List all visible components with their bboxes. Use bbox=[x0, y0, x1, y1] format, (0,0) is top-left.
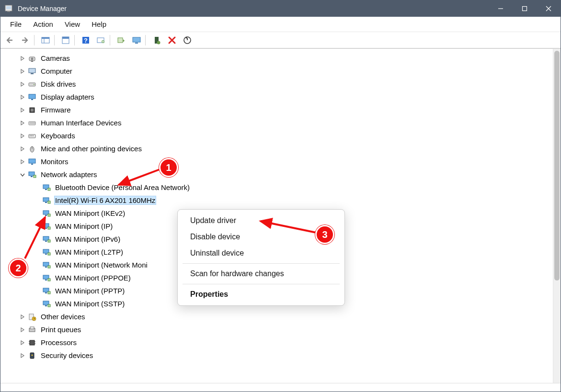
net-icon bbox=[42, 273, 51, 283]
chevron-right-icon[interactable] bbox=[19, 145, 26, 153]
annotation-arrow-1 bbox=[114, 168, 162, 189]
tree-node[interactable]: Disk drives bbox=[5, 78, 553, 90]
tree-node[interactable]: Processors bbox=[5, 336, 553, 349]
svg-rect-68 bbox=[45, 280, 47, 280]
tree-node-label: WAN Miniport (IP) bbox=[54, 222, 114, 231]
window-title: Device Manager bbox=[18, 5, 489, 12]
tree-node-label: WAN Miniport (PPTP) bbox=[54, 286, 126, 295]
computer-icon bbox=[27, 67, 37, 76]
tree-node-label: WAN Miniport (L2TP) bbox=[54, 247, 124, 257]
svg-line-88 bbox=[119, 169, 160, 185]
chip-icon bbox=[27, 105, 37, 115]
svg-rect-18 bbox=[135, 43, 138, 44]
help-button[interactable]: ? bbox=[79, 34, 93, 47]
chevron-right-icon[interactable] bbox=[19, 326, 26, 334]
svg-rect-25 bbox=[29, 68, 35, 73]
scrollbar-thumb[interactable] bbox=[554, 51, 560, 280]
chevron-right-icon[interactable] bbox=[19, 132, 26, 140]
back-button[interactable] bbox=[3, 34, 17, 47]
properties-button[interactable] bbox=[58, 34, 73, 47]
tree-node[interactable]: Mice and other pointing devices bbox=[5, 142, 553, 155]
tree-node-label: Keyboards bbox=[40, 131, 76, 140]
svg-rect-72 bbox=[48, 291, 50, 294]
scrollbar[interactable] bbox=[553, 49, 561, 383]
context-menu-separator bbox=[183, 263, 340, 264]
tree-node[interactable]: Network adapters bbox=[5, 168, 553, 181]
chevron-right-icon[interactable] bbox=[19, 339, 26, 347]
chevron-right-icon[interactable] bbox=[19, 119, 26, 127]
svg-point-28 bbox=[34, 84, 34, 85]
tree-node-label: Intel(R) Wi-Fi 6 AX201 160MHz bbox=[54, 196, 156, 205]
menu-help[interactable]: Help bbox=[86, 18, 112, 30]
tree-node[interactable]: Human Interface Devices bbox=[5, 116, 553, 129]
tree-node-label: Cameras bbox=[40, 54, 71, 63]
svg-rect-37 bbox=[31, 135, 32, 136]
other-icon: ? bbox=[27, 312, 37, 322]
svg-rect-1 bbox=[6, 6, 11, 9]
tree-node[interactable]: Cameras bbox=[5, 52, 553, 65]
update-driver-button[interactable] bbox=[114, 34, 128, 47]
context-menu-item[interactable]: Uninstall device bbox=[178, 245, 344, 261]
context-menu-item[interactable]: Scan for hardware changes bbox=[178, 266, 344, 282]
chevron-right-icon[interactable] bbox=[19, 67, 26, 75]
enable-button[interactable] bbox=[149, 34, 164, 47]
chevron-down-icon[interactable] bbox=[19, 171, 26, 179]
tree-node-label: Monitors bbox=[40, 157, 69, 166]
tree-node-label: Display adapters bbox=[40, 92, 95, 101]
svg-rect-32 bbox=[31, 109, 34, 112]
refresh-button[interactable] bbox=[180, 34, 195, 47]
device-manager-window: Device Manager File Action View Help ? C… bbox=[0, 0, 561, 392]
svg-rect-41 bbox=[29, 159, 35, 163]
chevron-right-icon[interactable] bbox=[19, 313, 26, 321]
tree-node[interactable]: Security devices bbox=[5, 349, 553, 362]
tree-node[interactable]: Monitors bbox=[5, 155, 553, 168]
minimize-button[interactable] bbox=[489, 0, 513, 17]
tree-node[interactable]: Intel(R) Wi-Fi 6 AX201 160MHz bbox=[5, 194, 553, 207]
chevron-right-icon[interactable] bbox=[19, 80, 26, 88]
chevron-right-icon[interactable] bbox=[19, 93, 26, 101]
svg-rect-75 bbox=[48, 304, 50, 307]
svg-rect-2 bbox=[7, 11, 10, 12]
svg-rect-42 bbox=[31, 164, 33, 165]
tree-node[interactable]: ?Other devices bbox=[5, 310, 553, 323]
tree-node[interactable]: Print queues bbox=[5, 323, 553, 336]
svg-rect-44 bbox=[31, 176, 33, 177]
svg-line-89 bbox=[25, 217, 45, 258]
tree-node[interactable]: Firmware bbox=[5, 103, 553, 116]
chevron-right-icon[interactable] bbox=[19, 55, 26, 62]
tree-node-label: Mice and other pointing devices bbox=[40, 144, 143, 153]
camera-icon bbox=[27, 54, 37, 63]
monitor-button[interactable] bbox=[129, 34, 144, 47]
net-icon bbox=[42, 196, 51, 205]
toolbar-separator bbox=[74, 35, 77, 45]
hid-icon bbox=[27, 118, 37, 128]
svg-rect-66 bbox=[48, 266, 50, 268]
chevron-right-icon[interactable] bbox=[19, 158, 26, 166]
show-hide-tree-button[interactable] bbox=[38, 34, 53, 47]
tree-node-label: Human Interface Devices bbox=[40, 118, 122, 127]
svg-rect-29 bbox=[29, 94, 35, 99]
toolbar-separator bbox=[110, 35, 113, 45]
toolbar-separator bbox=[34, 35, 37, 45]
svg-rect-48 bbox=[48, 188, 50, 190]
maximize-button[interactable] bbox=[513, 0, 537, 17]
chevron-right-icon[interactable] bbox=[19, 106, 26, 114]
tree-node[interactable]: Keyboards bbox=[5, 129, 553, 142]
net-icon bbox=[42, 183, 51, 192]
svg-rect-17 bbox=[133, 37, 140, 42]
svg-rect-24 bbox=[31, 61, 33, 62]
context-menu-item[interactable]: Properties bbox=[178, 286, 344, 302]
tree-node[interactable]: Bluetooth Device (Personal Area Network) bbox=[5, 181, 553, 194]
menu-file[interactable]: File bbox=[4, 18, 27, 30]
forward-button[interactable] bbox=[18, 34, 33, 47]
menu-action[interactable]: Action bbox=[27, 18, 59, 30]
svg-rect-16 bbox=[118, 38, 123, 43]
close-button[interactable] bbox=[537, 0, 561, 17]
tree-node[interactable]: Computer bbox=[5, 65, 553, 78]
scan-button[interactable] bbox=[94, 34, 108, 47]
chevron-right-icon[interactable] bbox=[19, 352, 26, 359]
uninstall-button[interactable] bbox=[165, 34, 179, 47]
svg-point-87 bbox=[32, 354, 33, 356]
tree-node[interactable]: Display adapters bbox=[5, 90, 553, 103]
menu-view[interactable]: View bbox=[59, 18, 86, 30]
